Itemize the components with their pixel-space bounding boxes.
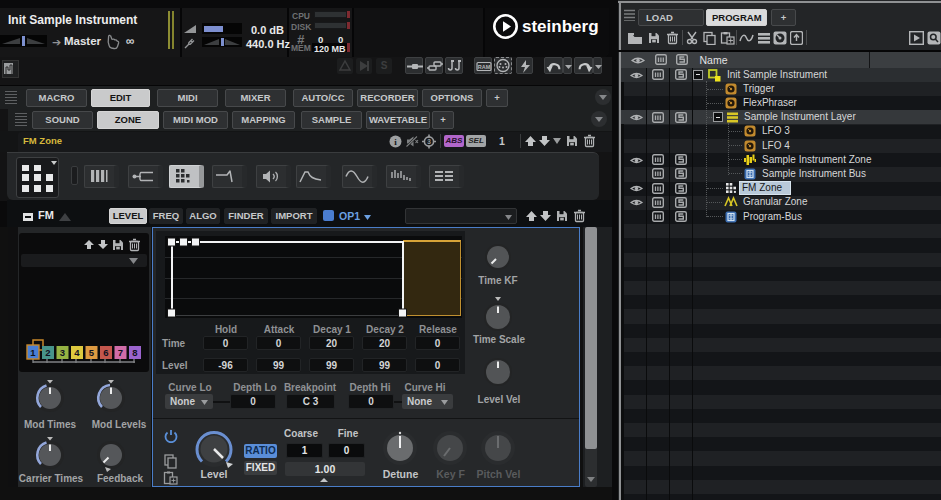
svg-text:8: 8 <box>132 347 137 358</box>
svg-text:5: 5 <box>89 347 95 358</box>
svg-text:3: 3 <box>60 347 65 358</box>
svg-text:7: 7 <box>118 347 123 358</box>
svg-text:4: 4 <box>74 347 80 358</box>
svg-text:6: 6 <box>103 347 108 358</box>
svg-text:RAM: RAM <box>478 64 491 70</box>
svg-text:1: 1 <box>30 347 36 358</box>
svg-text:2: 2 <box>45 347 50 358</box>
svg-text:3: 3 <box>427 138 431 145</box>
